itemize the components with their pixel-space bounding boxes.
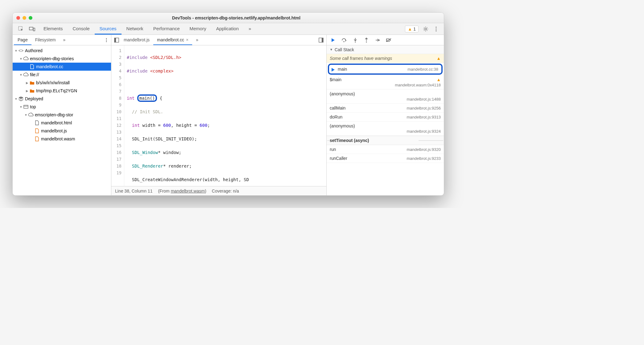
svg-point-19 — [379, 39, 380, 40]
device-toolbar-icon[interactable] — [29, 26, 35, 32]
tree-file-mandelbrot-cc[interactable]: mandelbrot.cc — [13, 63, 111, 71]
tabs-overflow-icon[interactable]: » — [244, 23, 256, 35]
window-title: DevTools - emscripten-dbg-stories.netlif… — [32, 15, 440, 20]
toggle-debugger-icon[interactable] — [318, 37, 324, 44]
debugger-toolbar — [327, 35, 444, 45]
warning-icon: ▲ — [436, 56, 441, 61]
stack-frame[interactable]: run mandelbrot.js:9320 — [327, 145, 444, 154]
zoom-window-icon[interactable] — [29, 16, 32, 20]
nav-more-icon[interactable] — [103, 37, 110, 44]
more-options-icon[interactable] — [433, 26, 440, 32]
window-controls — [16, 16, 32, 20]
main-toolbar: Elements Console Sources Network Perform… — [13, 23, 444, 35]
titlebar: DevTools - emscripten-dbg-stories.netlif… — [13, 13, 444, 23]
svg-point-4 — [436, 27, 436, 27]
brackets-icon: <> — [18, 48, 24, 53]
script-file-icon — [34, 128, 40, 134]
content-area: Page Filesystem » ▼<>Authored ▼emscripte… — [13, 35, 444, 195]
editor-panel: mandelbrot.js mandelbrot.cc× » 123456789… — [111, 35, 327, 195]
tree-file-wasm[interactable]: mandelbrot.wasm — [13, 135, 111, 143]
code-content: #include <SDL2/SDL.h> #include <complex>… — [124, 45, 326, 186]
tab-sources[interactable]: Sources — [95, 23, 122, 35]
tree-file-js[interactable]: mandelbrot.js — [13, 127, 111, 135]
frame-icon — [23, 104, 29, 110]
stack-frame[interactable]: $main▲ mandelbrot.wasm:0x4118 — [327, 75, 444, 89]
stack-frame[interactable]: callMain mandelbrot.js:9256 — [327, 104, 444, 113]
tree-group-authored[interactable]: ▼<>Authored — [13, 47, 111, 55]
svg-point-5 — [436, 28, 436, 29]
file-tree: ▼<>Authored ▼emscripten-dbg-stories mand… — [13, 45, 111, 195]
svg-point-7 — [106, 38, 107, 39]
warning-icon: ▲ — [436, 77, 441, 82]
stack-frame[interactable]: (anonymous) mandelbrot.js:9324 — [327, 122, 444, 136]
cloud-icon — [23, 56, 29, 61]
nav-tab-filesystem[interactable]: Filesystem — [31, 35, 60, 45]
svg-rect-2 — [33, 28, 35, 31]
navigator-tabs: Page Filesystem » — [13, 35, 111, 45]
navigator-panel: Page Filesystem » ▼<>Authored ▼emscripte… — [13, 35, 111, 195]
warnings-badge[interactable]: ▲ 1 — [405, 26, 419, 32]
file-icon — [34, 120, 40, 126]
tree-frame-top[interactable]: ▼top — [13, 103, 111, 111]
cloud-icon — [28, 112, 34, 118]
svg-point-18 — [366, 41, 367, 42]
cursor-position: Line 38, Column 11 — [115, 189, 152, 193]
coverage-label: Coverage: n/a — [212, 189, 239, 193]
tree-folder-install[interactable]: ▶b/s/w/ir/x/w/install — [13, 79, 111, 87]
close-tab-icon[interactable]: × — [186, 37, 188, 42]
svg-rect-13 — [114, 38, 116, 42]
stack-frame[interactable]: doRun mandelbrot.js:9313 — [327, 113, 444, 122]
deactivate-breakpoints-icon[interactable] — [385, 37, 392, 44]
close-window-icon[interactable] — [16, 16, 20, 20]
svg-rect-15 — [322, 38, 323, 42]
stack-frame[interactable]: main mandelbrot.cc:38 — [328, 64, 443, 75]
tree-folder-tmp[interactable]: ▶tmp/tmp.ELcTq2YGN — [13, 87, 111, 95]
editor-tabs: mandelbrot.js mandelbrot.cc× » — [111, 35, 326, 45]
minimize-window-icon[interactable] — [23, 16, 26, 20]
tab-memory[interactable]: Memory — [185, 23, 211, 35]
editor-statusbar: Line 38, Column 11 (From mandelbrot.wasm… — [111, 186, 326, 195]
debugger-panel: ▼ Call Stack Some call frames have warni… — [327, 35, 444, 195]
deployed-icon — [18, 96, 24, 102]
svg-point-3 — [425, 28, 427, 30]
file-icon — [29, 64, 35, 69]
callstack-header[interactable]: ▼ Call Stack — [327, 45, 444, 54]
step-into-icon[interactable] — [352, 37, 359, 44]
toggle-navigator-icon[interactable] — [113, 37, 120, 44]
editor-tab-js[interactable]: mandelbrot.js — [120, 35, 153, 45]
step-out-icon[interactable] — [363, 37, 370, 44]
tab-performance[interactable]: Performance — [148, 23, 185, 35]
folder-icon — [29, 80, 35, 85]
async-separator: setTimeout (async) — [327, 136, 444, 145]
inspect-element-icon[interactable] — [18, 26, 24, 32]
tree-file-html[interactable]: mandelbrot.html — [13, 119, 111, 127]
tab-network[interactable]: Network — [122, 23, 148, 35]
nav-tab-page[interactable]: Page — [14, 35, 31, 45]
warnings-count: 1 — [413, 27, 416, 31]
nav-tabs-overflow-icon[interactable]: » — [60, 35, 69, 45]
settings-icon[interactable] — [422, 26, 429, 32]
step-over-icon[interactable] — [341, 37, 348, 44]
tab-console[interactable]: Console — [68, 23, 95, 35]
editor-tab-cc[interactable]: mandelbrot.cc× — [153, 35, 192, 45]
step-icon[interactable] — [374, 37, 381, 44]
callstack-list: main mandelbrot.cc:38 $main▲ mandelbrot.… — [327, 63, 444, 163]
callstack-warning: Some call frames have warnings ▲ — [327, 54, 444, 63]
editor-tabs-overflow-icon[interactable]: » — [192, 35, 202, 45]
stack-frame[interactable]: (anonymous) mandelbrot.js:1488 — [327, 89, 444, 104]
tree-origin[interactable]: ▼emscripten-dbg-stories — [13, 55, 111, 63]
svg-point-6 — [436, 30, 436, 31]
tree-origin-deployed[interactable]: ▼emscripten-dbg-stor — [13, 111, 111, 119]
stack-frame[interactable]: runCaller mandelbrot.js:9233 — [327, 154, 444, 163]
tab-elements[interactable]: Elements — [39, 23, 68, 35]
svg-point-16 — [343, 41, 344, 42]
tab-application[interactable]: Application — [211, 23, 244, 35]
code-editor[interactable]: 12345678910111213141516171819 #include <… — [111, 45, 326, 186]
line-gutter: 12345678910111213141516171819 — [111, 45, 124, 186]
source-map-from: (From mandelbrot.wasm) — [158, 189, 206, 193]
resume-icon[interactable] — [330, 37, 336, 44]
tree-group-deployed[interactable]: ▼Deployed — [13, 95, 111, 103]
folder-icon — [29, 88, 35, 94]
tree-origin-file[interactable]: ▼file:// — [13, 71, 111, 79]
svg-point-17 — [355, 41, 356, 42]
